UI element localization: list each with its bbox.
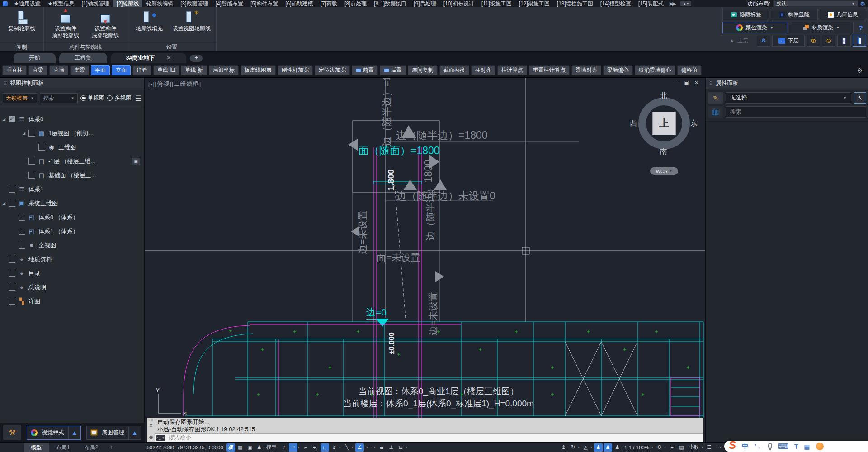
toolbar-button[interactable]: 柱对齐 xyxy=(471,65,495,75)
toolbar-gear-icon[interactable]: ⚙ xyxy=(857,67,863,74)
tree-checkbox[interactable] xyxy=(28,172,35,179)
cursor-grid-icon[interactable]: ▦ xyxy=(236,443,245,452)
menu-overflow-icon[interactable]: ▶▶ xyxy=(667,1,678,7)
isometric-view-icon[interactable]: ◬ xyxy=(581,443,590,452)
toolbar-button[interactable]: 梁墙偏心 xyxy=(603,65,633,75)
layout-tab[interactable]: 布局1 xyxy=(49,443,77,452)
angle-snap-icon[interactable]: ∠ xyxy=(355,443,364,452)
outline-fill-button[interactable]: 轮廓线填充 xyxy=(133,9,165,32)
slab-layer-icon[interactable]: 板 xyxy=(226,443,235,452)
zoom-out-button[interactable]: ⊖ xyxy=(822,35,835,47)
isometric-caret[interactable]: ▾ xyxy=(590,443,593,452)
single-view-radio[interactable]: 单视图 xyxy=(80,94,105,102)
restore-icon[interactable]: ▣ xyxy=(684,80,689,86)
floor-lock-select[interactable]: 无锁楼层▼ xyxy=(3,93,37,103)
menu-item[interactable]: ★模型信息 xyxy=(44,0,78,7)
toolbar-button[interactable]: 立面 xyxy=(112,65,131,75)
orbit-icon[interactable]: ↻ xyxy=(569,443,577,452)
pick-object-button[interactable]: ↖ xyxy=(854,92,866,104)
tree-checkbox[interactable] xyxy=(9,298,15,305)
tree-checkbox[interactable] xyxy=(19,228,25,235)
set-top-outline-button[interactable]: 设置构件 顶部轮廓线 xyxy=(49,9,82,39)
structure-tree-button[interactable]: ⊟ xyxy=(837,35,851,47)
compass-south-label[interactable]: 南 xyxy=(660,147,667,157)
tree-row[interactable]: ◢ ▤ 基础面 （楼层三... ▲ ▣ ★ xyxy=(0,168,144,182)
toolbar-button[interactable]: 梁墙对齐 xyxy=(571,65,601,75)
tree-search-select[interactable]: 搜索▼ xyxy=(40,93,77,103)
menu-item[interactable]: ★通用设置 xyxy=(10,0,44,7)
visual-style-button[interactable]: 视觉样式 ▲ xyxy=(27,426,81,440)
compass-east-label[interactable]: 东 xyxy=(690,119,698,128)
toolbar-button[interactable]: 前置 xyxy=(352,65,378,75)
expand-up-icon[interactable]: ▲ xyxy=(128,426,141,439)
microphone-icon[interactable] xyxy=(768,443,772,449)
tree-checkbox[interactable] xyxy=(38,144,45,151)
tree-checkbox[interactable] xyxy=(28,158,35,165)
expander-icon[interactable]: ◢ xyxy=(3,201,8,205)
panel-toggle-button[interactable] xyxy=(853,35,866,47)
pan-icon[interactable]: ↥ xyxy=(559,443,568,452)
tree-checkbox[interactable] xyxy=(9,270,15,277)
snap-grid-icon[interactable]: ∷ xyxy=(289,443,297,452)
upper-layer-button[interactable]: ▲上层 xyxy=(722,35,755,47)
wcs-selector[interactable]: WCS ▼ xyxy=(650,167,678,175)
layout-select[interactable]: 默认 ▼ xyxy=(773,0,858,7)
grid-display-icon[interactable]: # xyxy=(279,443,288,452)
person-view-icon[interactable]: ♟ xyxy=(613,443,622,452)
mascot-icon[interactable] xyxy=(816,443,824,450)
new-tab-button[interactable]: + xyxy=(190,55,203,62)
crosshair-icon[interactable]: + xyxy=(668,443,676,452)
dynamic-ucs-caret[interactable]: ▾ xyxy=(405,443,408,452)
drawing-thumbnail-icon[interactable]: ▣ xyxy=(132,158,140,165)
zoom-level-caret[interactable]: ▾ xyxy=(651,443,654,452)
ruler-icon[interactable]: ▤ xyxy=(677,443,686,452)
menu-item[interactable]: [10]初步设计 xyxy=(440,0,478,7)
menu-item[interactable]: [8-1]数据接口 xyxy=(370,0,410,7)
drawing-viewport[interactable]: Y ✕ [-][俯视][二维线框] — ▣ ✕ 边（随半边）=18 边（随半边）… xyxy=(145,78,705,442)
dynamic-ucs-icon[interactable]: ⊡ xyxy=(396,443,405,452)
line-snap-caret[interactable]: ▾ xyxy=(351,443,354,452)
menu-item[interactable]: 轮廓线编辑 xyxy=(142,0,177,7)
toolbar-button[interactable]: 直梁 xyxy=(28,65,47,75)
line-snap-icon[interactable]: ╲ xyxy=(343,443,351,452)
expander-icon[interactable]: ◢ xyxy=(23,131,28,135)
layer-gear-button[interactable]: ⚙ xyxy=(757,35,770,47)
tree-row[interactable]: ◢ ◰ 体系1 （体系） ▲ ▣ ★ xyxy=(0,224,144,238)
monitor-icon[interactable]: ▭ xyxy=(714,443,723,452)
toolbox-icon[interactable]: ▦ xyxy=(804,443,810,450)
toolbar-button[interactable]: 重置柱计算点 xyxy=(529,65,570,75)
input-mode-toggle[interactable]: 中 xyxy=(742,442,749,451)
mannequin-icon[interactable]: ♟ xyxy=(255,443,264,452)
document-tab[interactable]: 开始✕ xyxy=(14,53,56,63)
polar-tracking-icon[interactable]: ⌐ xyxy=(302,443,310,452)
compass-north-label[interactable]: 北 xyxy=(660,91,667,101)
help-button[interactable]: ? xyxy=(855,24,866,32)
menu-item[interactable]: [13]墙柱施工图 xyxy=(553,0,597,7)
drag-handle-icon[interactable]: ⠿ xyxy=(709,81,712,86)
menu-item[interactable]: [2]轮廓线 xyxy=(113,0,142,7)
snap-grid-caret[interactable]: ▾ xyxy=(297,443,301,452)
settings-gear-icon[interactable]: ⚙ xyxy=(655,443,664,452)
tree-row[interactable]: ◢ ▚ 详图 ▲ ▣ ★ xyxy=(0,294,144,308)
walk-mode-icon[interactable]: ♟ xyxy=(594,443,603,452)
multi-view-radio[interactable]: 多视图 xyxy=(107,94,132,102)
toolbar-button[interactable]: 刚性杆加宽 xyxy=(278,65,313,75)
close-icon[interactable]: ✕ xyxy=(166,53,171,63)
menu-item[interactable]: [8]前处理 xyxy=(341,0,370,7)
compass-west-label[interactable]: 西 xyxy=(630,119,637,128)
app-icon[interactable] xyxy=(3,1,8,6)
tree-row[interactable]: ◢ ● 总说明 ▲ ▣ ★ xyxy=(0,280,144,294)
tree-row[interactable]: ◢ ▦ 1层视图 （剖切... ▲ ▣ ★ xyxy=(0,126,144,140)
tree-row[interactable]: ◢ ☰ 体系0 ▲ ▣ ★ xyxy=(0,112,144,126)
terminal-icon[interactable]: >_ ▼ xyxy=(156,435,165,441)
material-render-button[interactable]: 材质渲染▼ xyxy=(789,22,854,33)
document-tab[interactable]: 3#商业地下✕ xyxy=(111,53,187,63)
ribbon-collapse-button[interactable]: ▲ ▾ xyxy=(680,1,691,6)
keyboard-icon[interactable]: ⌨ xyxy=(778,442,788,451)
menu-item[interactable]: [5]构件布置 xyxy=(247,0,282,7)
drag-handle-icon[interactable]: ⠿⠿ xyxy=(148,419,154,422)
image-frame-icon[interactable]: ▣ xyxy=(245,443,254,452)
tree-checkbox[interactable] xyxy=(9,116,15,122)
precision-select[interactable]: 小数 xyxy=(688,443,700,452)
precision-caret[interactable]: ▾ xyxy=(700,443,704,452)
